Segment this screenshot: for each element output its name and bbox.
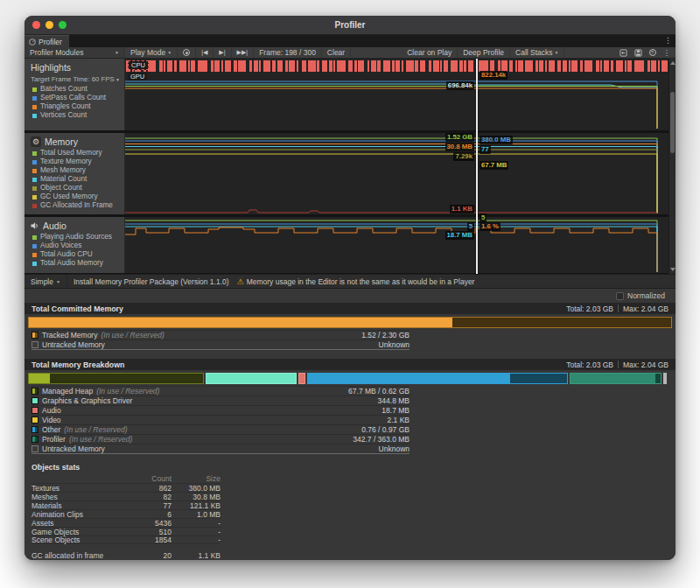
module-counter[interactable]: GC Allocated In Frame [24, 201, 124, 210]
total-committed-memory-header: Total Committed Memory Total: 2.03 GB Ma… [24, 303, 676, 314]
counter-label: Audio Voices [40, 242, 81, 249]
legend-row[interactable]: Profiler (In use / Reserved) 342.7 / 363… [32, 434, 410, 444]
current-frame-button[interactable]: ▶▶| [232, 47, 255, 58]
toolbar-menu-button[interactable]: ⋮ [660, 47, 676, 58]
object-name: Meshes [32, 493, 126, 501]
frame-playhead[interactable] [476, 59, 478, 274]
table-row[interactable]: Materials 77 121.1 KB [32, 500, 220, 509]
module-counter[interactable]: Total Used Memory [24, 149, 124, 158]
module-counter[interactable]: Total Audio CPU [24, 250, 124, 259]
help-button[interactable]: ? [646, 47, 660, 58]
module-counter[interactable]: Object Count [24, 184, 124, 192]
play-mode-dropdown[interactable]: Play Mode ▼ [125, 47, 178, 58]
legend-row[interactable]: Other (In use / Reserved) 0.76 / 0.97 GB [32, 424, 410, 434]
module-counter[interactable]: Vertices Count [24, 111, 124, 120]
legend-note: (In use / Reserved) [69, 435, 132, 444]
breakdown-segment[interactable] [28, 373, 204, 384]
counter-color-swatch [32, 235, 37, 240]
table-row[interactable]: Animation Clips 6 1.0 MB [32, 509, 220, 518]
call-stacks-dropdown[interactable]: Call Stacks ▼ [510, 47, 564, 58]
legend-value: 2.1 KB [387, 416, 410, 424]
save-profile-button[interactable] [631, 47, 646, 58]
module-counter[interactable]: Playing Audio Sources [24, 233, 124, 242]
frame-indicator: Frame: 198 / 300 [254, 47, 322, 58]
clear-on-play-toggle[interactable]: Clear on Play [402, 47, 458, 58]
cpu-frame-bars[interactable] [126, 60, 669, 74]
legend-row[interactable]: Untracked Memory Unknown [32, 340, 410, 349]
gpu-track-label[interactable]: GPU [128, 73, 147, 80]
module-counter[interactable]: Texture Memory [24, 158, 124, 166]
table-row[interactable]: Meshes 82 30.8 MB [32, 492, 220, 500]
tab-profiler[interactable]: Profiler [24, 35, 69, 47]
objects-stats: Objects stats Count Size Textures 862 38… [32, 463, 220, 560]
legend-row[interactable]: Tracked Memory (In use / Reserved) 1.52 … [32, 330, 410, 340]
committed-total: Total: 2.03 GB [566, 304, 613, 313]
scroll-up-icon[interactable] [670, 61, 676, 65]
counter-color-swatch [32, 96, 37, 101]
counter-label: GC Allocated In Frame [40, 202, 113, 209]
normalized-checkbox[interactable] [616, 292, 624, 300]
counter-label: GC Used Memory [40, 193, 98, 200]
chevron-down-icon: ▼ [116, 77, 120, 82]
step-forward-icon: ▶| [219, 49, 225, 56]
record-button[interactable] [178, 47, 196, 58]
chart-scrollbar[interactable] [668, 59, 676, 274]
module-counter[interactable]: Mesh Memory [24, 166, 124, 175]
table-row[interactable]: Assets 5436 - [32, 518, 220, 527]
module-counter[interactable]: Batches Count [24, 85, 124, 94]
counter-color-swatch [32, 114, 37, 118]
scroll-down-icon[interactable] [670, 268, 676, 271]
next-frame-button[interactable]: ▶| [214, 47, 231, 58]
object-name: Game Objects [32, 528, 126, 536]
counter-color-swatch [32, 105, 37, 109]
chart-value-label: 822.14k [480, 71, 508, 80]
profiler-chart-lines [125, 59, 668, 274]
legend-row[interactable]: Managed Heap (In use / Reserved) 67.7 MB… [32, 386, 410, 396]
counter-color-swatch [32, 244, 37, 248]
legend-swatch [32, 426, 38, 433]
module-counter[interactable]: Audio Voices [24, 242, 124, 250]
object-count: 5436 [126, 519, 172, 528]
legend-name: Profiler [42, 435, 66, 444]
module-counter[interactable]: GC Used Memory [24, 192, 124, 201]
breakdown-segment[interactable] [570, 373, 662, 384]
committed-memory-bar[interactable] [28, 317, 672, 328]
deep-profile-toggle[interactable]: Deep Profile [458, 47, 510, 58]
module-title[interactable]: Memory [45, 136, 78, 147]
module-counter[interactable]: Material Count [24, 175, 124, 184]
profiler-modules-dropdown[interactable]: Profiler Modules ▼ [24, 47, 125, 58]
cpu-track-label[interactable]: CPU [128, 60, 149, 70]
legend-row[interactable]: Video 2.1 KB [32, 415, 410, 424]
breakdown-segment[interactable] [307, 373, 568, 384]
module-counter[interactable]: SetPass Calls Count [24, 94, 124, 102]
module-counter[interactable]: Total Audio Memory [24, 259, 124, 268]
legend-swatch [32, 397, 38, 404]
breakdown-segment[interactable] [298, 373, 304, 384]
scrollbar-thumb[interactable] [670, 92, 675, 153]
counter-label: SetPass Calls Count [40, 94, 106, 102]
table-row[interactable]: Textures 862 380.0 MB [32, 483, 220, 492]
chart-value-label: 5 [467, 222, 474, 231]
table-row[interactable]: Game Objects 510 - [32, 527, 220, 536]
legend-row[interactable]: Untracked Memory Unknown [32, 444, 410, 453]
table-row[interactable]: Scene Objects 1854 - [32, 536, 220, 544]
object-size: 121.1 KB [172, 501, 220, 510]
memory-breakdown-bar[interactable] [28, 373, 672, 384]
module-counter[interactable]: Triangles Count [24, 102, 124, 111]
breakdown-segment[interactable] [206, 373, 298, 384]
load-profile-button[interactable] [616, 47, 631, 58]
legend-row[interactable]: Audio 18.7 MB [32, 405, 410, 415]
legend-swatch [32, 445, 38, 452]
previous-frame-button[interactable]: |◀ [196, 47, 214, 58]
tab-menu-kebab-icon[interactable]: ⋮ [664, 36, 672, 45]
clear-button[interactable]: Clear [322, 47, 351, 58]
legend-row[interactable]: Graphics & Graphics Driver 344.8 MB [32, 396, 410, 405]
memory-breakdown-legend: Managed Heap (In use / Reserved) 67.7 MB… [32, 386, 410, 454]
install-memory-profiler-button[interactable]: Install Memory Profiler Package (Version… [67, 275, 235, 288]
module-title[interactable]: Audio [43, 220, 66, 231]
target-frame-time-dropdown[interactable]: Target Frame Time: 60 FPS▼ [24, 74, 124, 85]
breakdown-segment[interactable] [663, 373, 667, 384]
object-name: Scene Objects [32, 536, 126, 544]
memory-view-mode-dropdown[interactable]: Simple ▼ [24, 275, 66, 288]
module-title[interactable]: Highlights [31, 62, 71, 73]
